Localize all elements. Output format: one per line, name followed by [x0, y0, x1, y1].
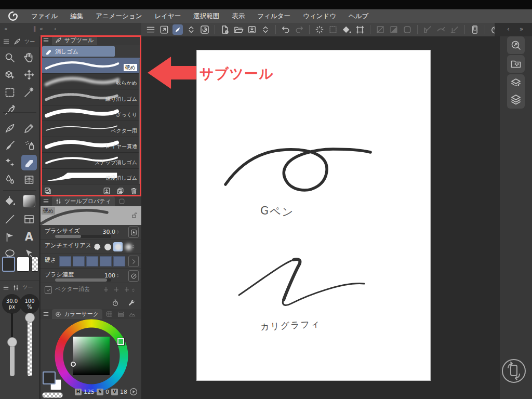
- undo-icon[interactable]: [281, 24, 291, 35]
- redo-icon[interactable]: [294, 24, 304, 35]
- menu-window[interactable]: ウィンドウ: [303, 12, 336, 21]
- antialias-weak-icon[interactable]: [103, 242, 112, 251]
- mode-chevrons-icon[interactable]: [186, 24, 196, 35]
- polyline-tool-icon[interactable]: [2, 229, 18, 245]
- figure-tool-icon[interactable]: [21, 172, 37, 188]
- dock-next-icon[interactable]: »: [520, 25, 523, 33]
- collapse-back-icon[interactable]: ‹: [54, 25, 56, 32]
- subtool-item-vector[interactable]: ベクター用: [41, 121, 141, 137]
- subtool-item-rough[interactable]: ざっくり: [41, 105, 141, 122]
- menu-help[interactable]: ヘルプ: [349, 12, 368, 21]
- snap-grid-icon[interactable]: [449, 24, 460, 35]
- density-value[interactable]: 100: [104, 272, 115, 279]
- hand-tool-icon[interactable]: [21, 50, 37, 65]
- transparent-color-swatch[interactable]: [31, 257, 38, 272]
- density-effect-button[interactable]: [128, 270, 139, 282]
- layer-property-icon[interactable]: [510, 75, 522, 90]
- frame-border-tool-icon[interactable]: [21, 211, 37, 227]
- blend-tool-icon[interactable]: [2, 172, 18, 188]
- vector-erase-checkbox[interactable]: [45, 286, 52, 294]
- delete-subtool-icon[interactable]: [129, 187, 138, 195]
- collapse-left2-icon[interactable]: «: [39, 25, 43, 32]
- reset-settings-icon[interactable]: [111, 299, 119, 307]
- transform-frame-icon[interactable]: [355, 24, 365, 35]
- menu-file[interactable]: ファイル: [31, 12, 58, 21]
- hardness-level-1[interactable]: [59, 256, 71, 267]
- text-tool-icon[interactable]: A: [21, 229, 37, 245]
- auto-select-tool-icon[interactable]: [21, 85, 37, 100]
- subtool-item-hard[interactable]: 硬め: [41, 58, 141, 74]
- opacity-slider-knob[interactable]: [25, 313, 35, 323]
- subtool-group-eraser[interactable]: 消しゴム: [42, 46, 115, 57]
- clip-studio-open-icon[interactable]: [200, 24, 210, 35]
- brush-size-stepper-icon[interactable]: [116, 228, 122, 237]
- unlock-icon[interactable]: [129, 211, 138, 220]
- tool-property-tab[interactable]: ツールプロパティ: [52, 196, 115, 206]
- sv-square[interactable]: [73, 337, 110, 375]
- snap-ruler-icon[interactable]: [422, 24, 433, 35]
- line-tool-icon[interactable]: [2, 211, 18, 227]
- hue-marker[interactable]: [117, 338, 124, 345]
- brush-size-slider-knob[interactable]: [7, 337, 17, 347]
- subtool-menu-icon[interactable]: [43, 37, 49, 44]
- deselect-icon[interactable]: [328, 24, 338, 35]
- menu-animation[interactable]: アニメーション: [96, 12, 142, 21]
- save-icon[interactable]: [247, 24, 257, 35]
- color-wheel-tab[interactable]: カラーサーク: [52, 309, 102, 319]
- subtool-item-speed[interactable]: 速度消しゴム: [41, 169, 141, 185]
- move-tool-icon[interactable]: [21, 67, 37, 83]
- pen-mode-icon[interactable]: [172, 24, 183, 35]
- advanced-settings-icon[interactable]: [128, 299, 136, 307]
- fill-tool-icon[interactable]: [2, 193, 18, 209]
- pencil-tool-icon[interactable]: [21, 121, 37, 136]
- hardness-level-3[interactable]: [86, 256, 98, 267]
- hardness-level-4[interactable]: [100, 256, 112, 267]
- sub-color-swatch[interactable]: [17, 257, 30, 272]
- import-subtool-icon[interactable]: [102, 187, 111, 195]
- main-color-swatch[interactable]: [2, 257, 15, 272]
- subtool-item-kneaded[interactable]: 練り消しゴム: [41, 89, 141, 105]
- brush-size-source-button[interactable]: [128, 227, 139, 238]
- zoom-tool-icon[interactable]: [2, 50, 18, 65]
- brush-size-value[interactable]: 30.0: [103, 229, 116, 235]
- rotate-canvas-button[interactable]: [500, 357, 527, 384]
- navigator-button[interactable]: [507, 36, 525, 54]
- dock-prev-icon[interactable]: ‹: [507, 25, 510, 33]
- vector-erase-whole-icon[interactable]: [123, 286, 131, 294]
- collapse-left-icon[interactable]: «: [4, 25, 8, 32]
- menu-view[interactable]: 表示: [232, 12, 245, 21]
- pen-tool-icon[interactable]: [2, 121, 18, 136]
- subtool-item-layer-through[interactable]: レイヤー貫通: [41, 137, 141, 153]
- multi-select-icon[interactable]: [44, 187, 52, 195]
- clear-icon[interactable]: [314, 24, 325, 35]
- antialias-stepper-icon[interactable]: [132, 242, 137, 251]
- eraser-tool-icon[interactable]: [21, 155, 37, 170]
- main-color-swatch[interactable]: [43, 371, 56, 384]
- invert-selection-icon[interactable]: [389, 24, 399, 35]
- antialias-middle-icon[interactable]: [113, 242, 123, 251]
- canvas-page[interactable]: Gペン カリグラフィ: [197, 50, 430, 380]
- hardness-expand-button[interactable]: [128, 256, 139, 267]
- file-chevrons-icon[interactable]: [260, 24, 271, 35]
- selection-border-icon[interactable]: [402, 24, 413, 35]
- transparent-color-swatch[interactable]: [42, 392, 63, 398]
- clear-selection-icon[interactable]: [375, 24, 385, 35]
- snap-special-ruler-icon[interactable]: [436, 24, 446, 35]
- tool-palette-tab-icon[interactable]: [13, 37, 21, 46]
- gradient-tool-icon[interactable]: [21, 193, 37, 209]
- selection-tool-icon[interactable]: [2, 85, 18, 100]
- new-file-icon[interactable]: [220, 24, 230, 35]
- brush-detail-tab-icon[interactable]: [117, 197, 126, 205]
- menu-filter[interactable]: フィルター: [257, 12, 290, 21]
- material-button[interactable]: [507, 55, 525, 73]
- layers-icon[interactable]: [510, 92, 522, 107]
- command-menu-icon[interactable]: [145, 24, 156, 35]
- color-wheel-menu-icon[interactable]: [43, 311, 49, 317]
- canvas-area[interactable]: Gペン カリグラフィ: [141, 36, 500, 399]
- operation-tool-icon[interactable]: [2, 67, 18, 83]
- subtool-scrollbar[interactable]: [139, 59, 140, 184]
- subtool-tab[interactable]: サブツール: [52, 35, 97, 45]
- quick-palette-tab-icon[interactable]: [12, 284, 20, 291]
- menu-selection[interactable]: 選択範囲: [193, 12, 219, 21]
- color-slider-tab-icon[interactable]: [116, 310, 125, 318]
